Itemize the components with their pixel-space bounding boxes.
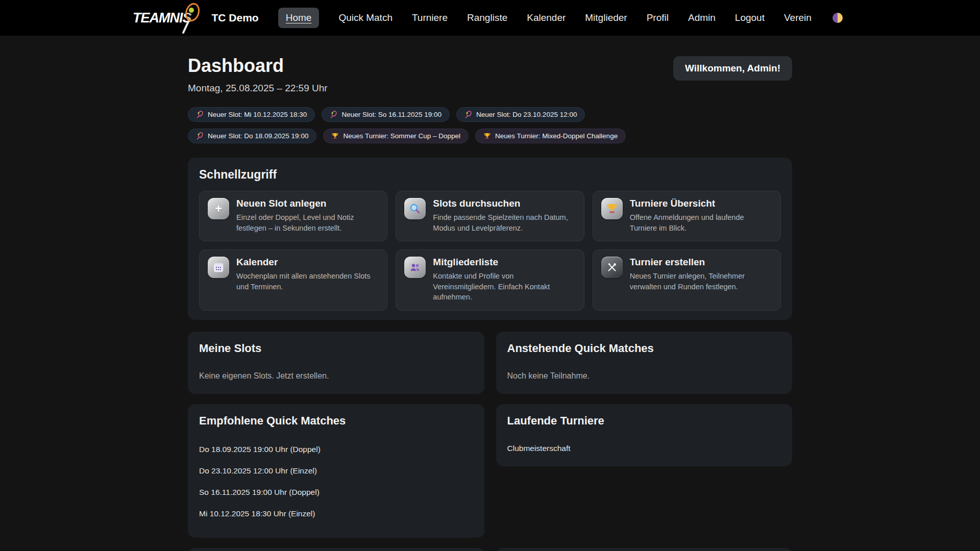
card-create-tournament[interactable]: Turnier erstellen Neues Turnier anlegen,… bbox=[593, 249, 781, 311]
trophy-icon bbox=[601, 198, 623, 219]
card-calendar[interactable]: Kalender Wochenplan mit allen anstehende… bbox=[199, 249, 387, 311]
slot-chip[interactable]: Neuer Slot: Do 18.09.2025 19:00 bbox=[188, 129, 316, 143]
chip-label: Neues Turnier: Sommer Cup – Doppel bbox=[343, 132, 460, 140]
slot-chip[interactable]: Neuer Slot: So 16.11.2025 19:00 bbox=[322, 107, 450, 122]
tournament-chip[interactable]: Neues Turnier: Mixed-Doppel Challenge bbox=[475, 129, 626, 143]
chip-label: Neuer Slot: Do 18.09.2025 19:00 bbox=[208, 132, 308, 140]
card-description: Neues Turnier anlegen, Teilnehmer verwal… bbox=[630, 271, 772, 292]
upcoming-quick-matches-empty-text: Noch keine Teilnahme. bbox=[507, 371, 781, 381]
card-description: Offene Anmeldungen und laufende Turniere… bbox=[630, 212, 772, 233]
slot-chip[interactable]: Neuer Slot: Do 23.10.2025 12:00 bbox=[456, 107, 585, 122]
recommended-match-row[interactable]: So 16.11.2025 19:00 Uhr (Doppel) bbox=[199, 482, 473, 503]
nav-item-kalender[interactable]: Kalender bbox=[527, 12, 566, 23]
upcoming-quick-matches-panel: Anstehende Quick Matches Noch keine Teil… bbox=[496, 332, 793, 394]
nav-item-profil[interactable]: Profil bbox=[647, 12, 669, 23]
card-description: Kontakte und Profile von Vereinsmitglied… bbox=[433, 271, 575, 303]
welcome-badge: Willkommen, Admin! bbox=[673, 56, 792, 81]
recommended-match-row[interactable]: Mi 10.12.2025 18:30 Uhr (Einzel) bbox=[199, 503, 473, 524]
running-tournaments-panel: Laufende Turniere Clubmeisterschaft bbox=[496, 404, 793, 466]
chip-label: Neues Turnier: Mixed-Doppel Challenge bbox=[495, 132, 618, 140]
card-title: Slots durchsuchen bbox=[433, 198, 575, 209]
upcoming-quick-matches-title: Anstehende Quick Matches bbox=[507, 342, 781, 355]
my-slots-title: Meine Slots bbox=[199, 342, 473, 355]
nav-item-logout[interactable]: Logout bbox=[735, 12, 765, 23]
tools-icon bbox=[601, 257, 623, 278]
card-description: Wochenplan mit allen anstehenden Slots u… bbox=[236, 271, 379, 292]
date-line: Montag, 25.08.2025 – 22:59 Uhr bbox=[188, 83, 328, 94]
card-title: Mitgliederliste bbox=[433, 257, 575, 268]
trophy-icon bbox=[483, 132, 491, 140]
card-title: Turniere Übersicht bbox=[630, 198, 772, 209]
card-title: Kalender bbox=[236, 257, 379, 268]
tournament-chip[interactable]: Neues Turnier: Sommer Cup – Doppel bbox=[323, 129, 469, 143]
running-tournaments-title: Laufende Turniere bbox=[507, 414, 781, 428]
recommended-quick-matches-title: Empfohlene Quick Matches bbox=[199, 414, 473, 428]
plus-icon: + bbox=[208, 198, 229, 219]
card-description: Finde passende Spielzeiten nach Datum, M… bbox=[433, 212, 575, 233]
my-slots-panel: Meine Slots Keine eigenen Slots. Jetzt e… bbox=[188, 332, 484, 394]
app-logo[interactable]: TEAMNIS bbox=[133, 10, 199, 26]
club-name: TC Demo bbox=[212, 12, 259, 24]
quick-access-title: Schnellzugriff bbox=[199, 168, 781, 182]
running-tournament-row[interactable]: Clubmeisterschaft bbox=[507, 444, 781, 453]
theme-toggle-icon[interactable] bbox=[831, 11, 844, 24]
chip-label: Neuer Slot: Do 23.10.2025 12:00 bbox=[476, 111, 577, 118]
brand: TEAMNIS TC Demo bbox=[133, 10, 259, 26]
nav-item-home[interactable]: Home bbox=[278, 8, 320, 28]
slot-chip[interactable]: Neuer Slot: Mi 10.12.2025 18:30 bbox=[188, 107, 315, 122]
racket-icon bbox=[330, 111, 337, 118]
card-description: Einzel oder Doppel, Level und Notiz fest… bbox=[236, 212, 379, 233]
top-navbar: TEAMNIS TC Demo Home Quick Match Turnier… bbox=[0, 0, 980, 36]
people-icon bbox=[404, 257, 426, 278]
card-title: Neuen Slot anlegen bbox=[236, 198, 379, 209]
racket-icon bbox=[196, 132, 204, 140]
recommended-quick-matches-panel: Empfohlene Quick Matches Do 18.09.2025 1… bbox=[188, 404, 484, 538]
nav-item-turniere[interactable]: Turniere bbox=[412, 12, 448, 23]
open-tournaments-panel: Offene Turniere Mixed-Doppel Challenge (… bbox=[188, 548, 484, 551]
card-member-list[interactable]: Mitgliederliste Kontakte und Profile von… bbox=[396, 249, 584, 311]
main-nav: Home Quick Match Turniere Rangliste Kale… bbox=[278, 8, 812, 28]
my-stats-panel: Meine Statistik Siege / Niederlagen 0 / … bbox=[496, 548, 793, 551]
nav-item-rangliste[interactable]: Rangliste bbox=[467, 12, 507, 23]
recommended-match-row[interactable]: Do 23.10.2025 12:00 Uhr (Einzel) bbox=[199, 460, 473, 482]
nav-item-verein[interactable]: Verein bbox=[784, 12, 812, 23]
nav-item-mitglieder[interactable]: Mitglieder bbox=[585, 12, 627, 23]
search-icon bbox=[404, 198, 426, 219]
card-search-slots[interactable]: Slots durchsuchen Finde passende Spielze… bbox=[396, 191, 584, 241]
chip-label: Neuer Slot: So 16.11.2025 19:00 bbox=[341, 111, 442, 118]
trophy-icon bbox=[331, 132, 339, 140]
nav-item-quick-match[interactable]: Quick Match bbox=[338, 12, 393, 23]
racket-icon bbox=[196, 111, 204, 118]
notification-chips: Neuer Slot: Mi 10.12.2025 18:30 Neuer Sl… bbox=[188, 107, 647, 143]
calendar-icon bbox=[208, 257, 229, 278]
my-slots-empty-text: Keine eigenen Slots. Jetzt erstellen. bbox=[199, 371, 473, 381]
quick-access-panel: Schnellzugriff + Neuen Slot anlegen Einz… bbox=[188, 158, 792, 320]
card-title: Turnier erstellen bbox=[630, 257, 772, 268]
page-title: Dashboard bbox=[188, 55, 328, 77]
nav-item-admin[interactable]: Admin bbox=[688, 12, 716, 23]
card-tournaments-overview[interactable]: Turniere Übersicht Offene Anmeldungen un… bbox=[593, 191, 781, 241]
chip-label: Neuer Slot: Mi 10.12.2025 18:30 bbox=[208, 111, 307, 118]
dashboard-main: Dashboard Montag, 25.08.2025 – 22:59 Uhr… bbox=[188, 36, 792, 551]
recommended-match-row[interactable]: Do 18.09.2025 19:00 Uhr (Doppel) bbox=[199, 439, 473, 460]
racket-icon bbox=[464, 111, 472, 118]
card-new-slot[interactable]: + Neuen Slot anlegen Einzel oder Doppel,… bbox=[199, 191, 387, 241]
